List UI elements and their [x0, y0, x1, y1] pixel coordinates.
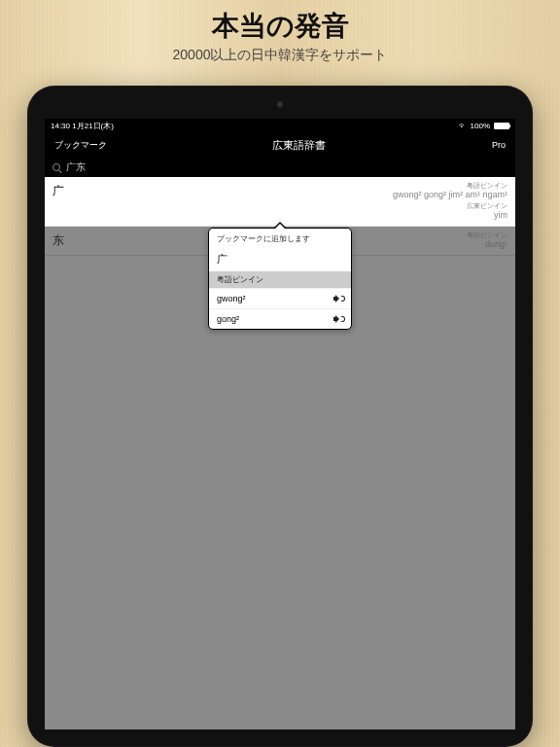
camera-dot — [277, 101, 284, 108]
status-left: 14:30 1月21日(木) — [51, 121, 114, 131]
search-query: 广东 — [66, 160, 86, 174]
reading-value: gwong² gong² jim² am¹ ngam¹ — [393, 190, 508, 201]
reading-label: 粤語ピンイン — [393, 181, 508, 190]
reading-label: 粤語ピンイン — [467, 231, 508, 239]
result-readings: 粤語ピンイン dung¹ — [467, 231, 508, 251]
wifi-icon: ᯤ — [459, 122, 467, 130]
speaker-icon[interactable] — [333, 315, 343, 323]
result-readings: 粤語ピンイン gwong² gong² jim² am¹ ngam¹ 広東ピンイ… — [393, 181, 508, 222]
result-row[interactable]: 广 粤語ピンイン gwong² gong² jim² am¹ ngam¹ 広東ピ… — [45, 177, 515, 227]
status-bar: 14:30 1月21日(木) ᯤ 100% — [45, 119, 515, 132]
promo-title: 本当の発音 — [0, 8, 560, 45]
popup-reading: gwong² — [217, 294, 246, 303]
nav-title: 広東語辞書 — [272, 138, 326, 153]
popup-reading: gong² — [217, 314, 239, 324]
search-bar[interactable]: 广东 — [45, 158, 515, 177]
promo-subtitle: 20000以上の日中韓漢字をサポート — [0, 47, 560, 64]
status-date: 1月21日(木) — [72, 122, 114, 130]
nav-pro-button[interactable]: Pro — [492, 140, 506, 150]
popup-pronunciation-item[interactable]: gwong² — [209, 288, 351, 308]
speaker-icon[interactable] — [333, 295, 343, 302]
search-icon — [52, 163, 60, 171]
popup-header: ブックマークに追加します — [209, 229, 351, 249]
result-char: 东 — [52, 231, 64, 249]
reading-value: yim — [393, 210, 508, 222]
bookmark-popup: ブックマークに追加します 广 粤語ピンイン gwong² gong² — [208, 228, 352, 330]
promo-banner: 本当の発音 20000以上の日中韓漢字をサポート — [0, 0, 560, 64]
ipad-frame: 14:30 1月21日(木) ᯤ 100% ブックマーク 広東語辞書 Pro 广… — [27, 86, 533, 747]
battery-percent: 100% — [471, 122, 490, 130]
status-time: 14:30 — [51, 122, 70, 130]
reading-label: 広東ピンイン — [393, 201, 508, 210]
status-right: ᯤ 100% — [459, 122, 509, 130]
popup-pronunciation-item[interactable]: gong² — [209, 308, 351, 329]
result-char: 广 — [52, 181, 64, 199]
nav-bookmarks-button[interactable]: ブックマーク — [54, 139, 107, 152]
popup-char: 广 — [209, 249, 351, 271]
popup-section-header: 粤語ピンイン — [209, 271, 351, 288]
reading-value: dung¹ — [467, 239, 508, 251]
battery-icon — [494, 123, 509, 129]
nav-bar: ブックマーク 広東語辞書 Pro — [45, 132, 515, 158]
screen: 14:30 1月21日(木) ᯤ 100% ブックマーク 広東語辞書 Pro 广… — [45, 119, 515, 729]
